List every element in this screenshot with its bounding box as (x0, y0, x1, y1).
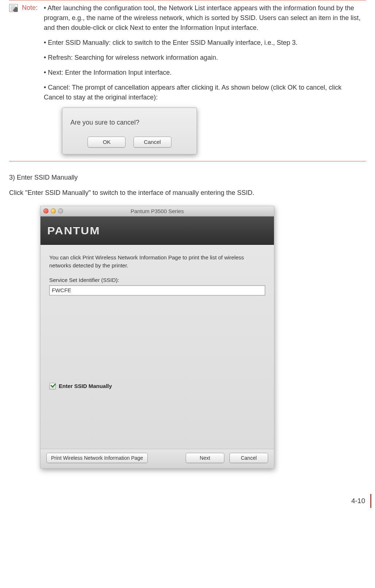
divider-bottom (9, 161, 366, 161)
enter-ssid-manually-label: Enter SSID Manually (59, 383, 112, 389)
print-info-page-button[interactable]: Print Wireless Network Information Page (46, 453, 148, 463)
close-icon[interactable] (43, 208, 49, 213)
page-number: 4-10 (339, 494, 371, 508)
titlebar: Pantum P3500 Series (40, 206, 274, 216)
window-title: Pantum P3500 Series (40, 208, 274, 214)
zoom-icon[interactable] (58, 208, 63, 213)
ssid-input[interactable] (49, 285, 265, 295)
section-description: Click "Enter SSID Manually" to switch to… (9, 188, 366, 198)
note-bullet: • Enter SSID Manually: click to switch t… (44, 38, 362, 48)
confirm-dialog: Are you sure to cancel? OK Cancel (62, 107, 197, 154)
ssid-window: Pantum P3500 Series PANTUM You can click… (40, 206, 274, 469)
cancel-button-window[interactable]: Cancel (229, 453, 268, 463)
next-button[interactable]: Next (186, 453, 224, 463)
brand-bar: PANTUM (40, 216, 274, 245)
note-block: Note: • After launching the configuratio… (9, 0, 366, 161)
instructions-text: You can click Print Wireless Network Inf… (49, 254, 265, 270)
ok-button[interactable]: OK (88, 137, 125, 148)
note-bullet: • After launching the configuration tool… (44, 3, 362, 33)
note-bullet: • Refresh: Searching for wireless networ… (44, 53, 362, 63)
section-heading: 3) Enter SSID Manually (9, 174, 366, 181)
note-label: Note: (22, 3, 44, 156)
ssid-field-label: Service Set Identifier (SSID): (49, 277, 265, 283)
note-icon (9, 4, 18, 12)
confirm-message: Are you sure to cancel? (62, 108, 197, 131)
minimize-icon[interactable] (51, 208, 56, 213)
brand-logo: PANTUM (47, 224, 100, 237)
note-bullet: • Cancel: The prompt of cancellation app… (44, 83, 362, 102)
note-bullet: • Next: Enter the Information Input inte… (44, 68, 362, 78)
enter-ssid-manually-checkbox[interactable] (49, 383, 56, 389)
button-bar: Print Wireless Network Information Page … (40, 449, 274, 468)
cancel-button[interactable]: Cancel (134, 137, 171, 148)
